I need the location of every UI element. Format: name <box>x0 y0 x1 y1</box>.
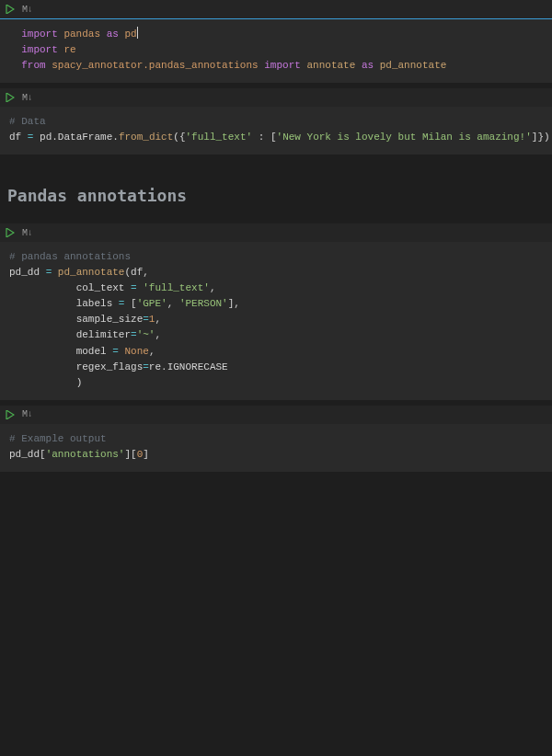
svg-marker-2 <box>6 228 14 237</box>
play-icon[interactable] <box>6 228 15 237</box>
cell-toolbar: M↓ <box>0 88 552 107</box>
cell-toolbar: M↓ <box>0 406 552 424</box>
play-icon[interactable] <box>6 93 15 102</box>
svg-marker-1 <box>6 93 14 102</box>
svg-marker-0 <box>6 5 14 14</box>
markdown-toggle[interactable]: M↓ <box>22 409 33 419</box>
svg-marker-3 <box>6 410 14 419</box>
markdown-toggle[interactable]: M↓ <box>22 5 33 15</box>
play-icon[interactable] <box>6 410 15 419</box>
code-editor[interactable]: # pandas annotationspd_dd = pd_annotate(… <box>0 242 552 399</box>
code-cell-4: M↓ # Example outputpd_dd['annotations'][… <box>0 406 552 472</box>
text-cursor <box>137 27 138 39</box>
markdown-toggle[interactable]: M↓ <box>22 228 33 238</box>
code-cell-2: M↓ # Datadf = pd.DataFrame.from_dict({'f… <box>0 88 552 155</box>
markdown-toggle[interactable]: M↓ <box>22 93 33 103</box>
code-editor[interactable]: # Example outputpd_dd['annotations'][0] <box>0 424 552 472</box>
code-cell-1: M↓ import pandas as pd import re from sp… <box>0 0 552 83</box>
code-editor[interactable]: import pandas as pd import re from spacy… <box>0 18 552 83</box>
cell-toolbar: M↓ <box>0 0 552 18</box>
code-editor[interactable]: # Datadf = pd.DataFrame.from_dict({'full… <box>0 107 552 155</box>
code-cell-3: M↓ # pandas annotationspd_dd = pd_annota… <box>0 223 552 399</box>
section-heading: Pandas annotations <box>0 160 552 223</box>
play-icon[interactable] <box>6 5 15 14</box>
cell-toolbar: M↓ <box>0 223 552 242</box>
